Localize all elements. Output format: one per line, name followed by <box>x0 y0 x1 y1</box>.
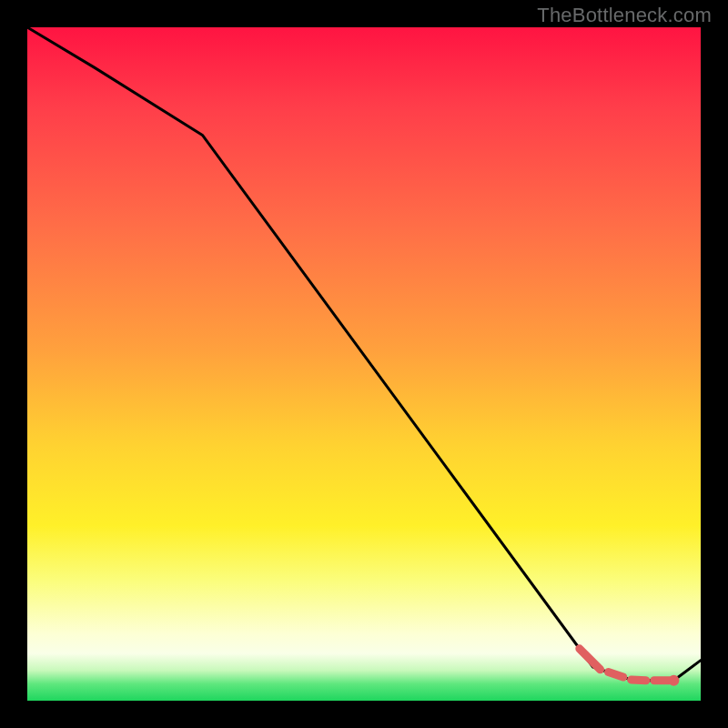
bottleneck-curve <box>27 27 701 681</box>
series-path <box>27 27 701 681</box>
watermark-text: TheBottleneck.com <box>537 4 712 27</box>
optimal-range-marker <box>580 649 669 681</box>
optimal-point-dot <box>668 675 679 686</box>
chart-svg <box>27 27 701 701</box>
plot-area <box>27 27 701 701</box>
chart-frame: TheBottleneck.com <box>0 0 728 728</box>
optimal-point-marker <box>668 675 679 686</box>
